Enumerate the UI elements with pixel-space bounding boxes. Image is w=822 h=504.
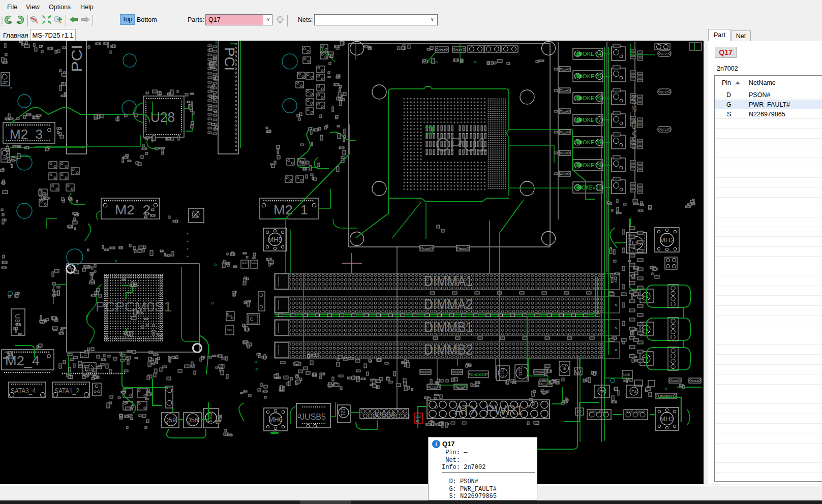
svg-text:B28: B28 [457,386,465,389]
svg-text:G30: G30 [430,386,438,389]
svg-text:C1N7: C1N7 [562,131,567,134]
svg-text:CHOKEV8: CHOKEV8 [574,140,601,145]
svg-text:G31: G31 [455,49,463,52]
svg-text:Q11: Q11 [518,368,523,376]
svg-text:D46: D46 [227,314,232,318]
svg-text:SYS_FAN1: SYS_FAN1 [589,410,608,414]
svg-text:JUSB4: JUSB4 [373,410,395,418]
svg-text:DIMMA1: DIMMA1 [424,273,473,289]
svg-text:F2: F2 [643,327,649,332]
svg-text:MH6: MH6 [268,416,283,423]
svg-text:C74: C74 [81,354,87,357]
svg-text:PCI: PCI [222,47,237,71]
svg-text:BCV2: BCV2 [661,90,668,94]
svg-text:C1N4: C1N4 [562,68,567,71]
svg-text:Q17: Q17 [416,415,422,418]
svg-text:C1N6: C1N6 [562,110,567,113]
svg-text:BCV3: BCV3 [661,128,668,132]
svg-text:DIMMB2: DIMMB2 [424,341,473,358]
svg-text:C1N8: C1N8 [562,152,567,155]
svg-text:J3: J3 [194,213,198,218]
svg-text:DIMMA2: DIMMA2 [424,296,473,312]
svg-text:G50: G50 [423,247,431,250]
svg-text:G30: G30 [672,380,679,383]
svg-text:B3S: B3S [460,247,467,250]
svg-text:MH5: MH5 [268,236,282,243]
svg-text:U34: U34 [242,261,248,264]
svg-text:PCI: PCI [68,45,85,72]
svg-text:B36: B36 [423,371,429,374]
svg-text:B38: B38 [454,371,460,374]
svg-text:SATA3_4: SATA3_4 [11,387,36,395]
svg-text:F1: F1 [643,294,649,299]
svg-text:D45: D45 [227,329,232,332]
svg-text:ATX PWR1: ATX PWR1 [454,402,523,418]
svg-text:M2_OW6: M2_OW6 [630,94,638,150]
svg-text:Q21: Q21 [340,406,346,416]
svg-text:Q12: Q12 [500,368,505,377]
svg-text:F4: F4 [631,389,637,394]
svg-text:Q53: Q53 [207,413,212,422]
svg-text:C1N9: C1N9 [562,173,567,176]
svg-text:Q8: Q8 [562,364,567,370]
svg-text:CHOKEV7: CHOKEV7 [574,117,601,123]
svg-text:C5: C5 [575,370,580,373]
svg-text:SATA1_2: SATA1_2 [54,387,79,395]
svg-text:M2 3: M2 3 [10,127,43,142]
svg-text:SYS_FAN2: SYS_FAN2 [626,410,645,414]
svg-text:CHOKEV9: CHOKEV9 [574,163,601,168]
svg-text:CHOKEV6: CHOKEV6 [574,96,601,101]
svg-text:U48: U48 [623,373,630,376]
svg-text:DIMMB1: DIMMB1 [424,319,473,335]
svg-text:F3: F3 [643,356,649,361]
svg-text:M2 1: M2 1 [273,202,308,217]
svg-text:JUSB5: JUSB5 [300,412,326,422]
svg-text:CHOKEV4: CHOKEV4 [574,51,601,57]
svg-text:CPU1: CPU1 [435,134,488,155]
svg-text:G34: G34 [692,380,698,383]
svg-text:Q56: Q56 [186,417,198,424]
svg-text:MH2: MH2 [659,236,675,244]
svg-text:U21: U21 [251,261,257,264]
svg-text:Q59: Q59 [164,417,176,424]
svg-text:MH3: MH3 [660,415,674,423]
svg-text:C1N5: C1N5 [562,89,567,92]
svg-text:J37: J37 [2,81,8,84]
svg-text:CHOKEV10: CHOKEV10 [574,185,601,191]
svg-text:G38: G38 [537,371,542,374]
svg-text:U28: U28 [150,110,175,125]
svg-text:U23: U23 [85,367,93,372]
svg-text:BCV1: BCV1 [661,52,668,56]
svg-text:F5: F5 [599,389,605,394]
svg-text:G39: G39 [438,49,446,52]
svg-text:M2 2: M2 2 [115,202,150,217]
svg-text:CHOKE6: CHOKE6 [471,372,486,377]
svg-text:CHOKEV5: CHOKEV5 [574,74,601,79]
